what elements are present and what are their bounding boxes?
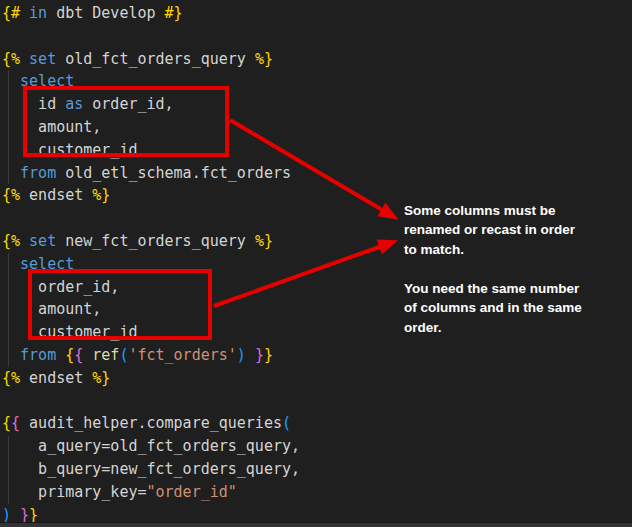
code-line: amount,	[2, 116, 630, 139]
code-line: customer_id	[2, 139, 630, 162]
code-line: a_query=old_fct_orders_query,	[2, 435, 630, 458]
code-line: primary_key="order_id"	[2, 481, 630, 504]
code-line	[2, 25, 630, 48]
bottom-edge-strip	[0, 522, 632, 527]
indent-guide	[8, 70, 9, 184]
annotation-note-line-2: You need the same number of columns and …	[404, 279, 632, 338]
code-line: id as order_id,	[2, 93, 630, 116]
code-line: b_query=new_fct_orders_query,	[2, 458, 630, 481]
indent-guide	[8, 436, 9, 504]
code-line: {% set old_fct_orders_query %}	[2, 48, 630, 71]
code-line	[2, 390, 630, 413]
annotation-note: Some columns must be renamed or recast i…	[404, 181, 632, 357]
code-line: {% endset %}	[2, 367, 630, 390]
code-line: select	[2, 70, 630, 93]
code-line: {{ audit_helper.compare_queries(	[2, 412, 630, 435]
annotation-note-line-1: Some columns must be renamed or recast i…	[404, 201, 632, 260]
code-line: {# in dbt Develop #}	[2, 2, 630, 25]
indent-guide	[8, 253, 9, 367]
